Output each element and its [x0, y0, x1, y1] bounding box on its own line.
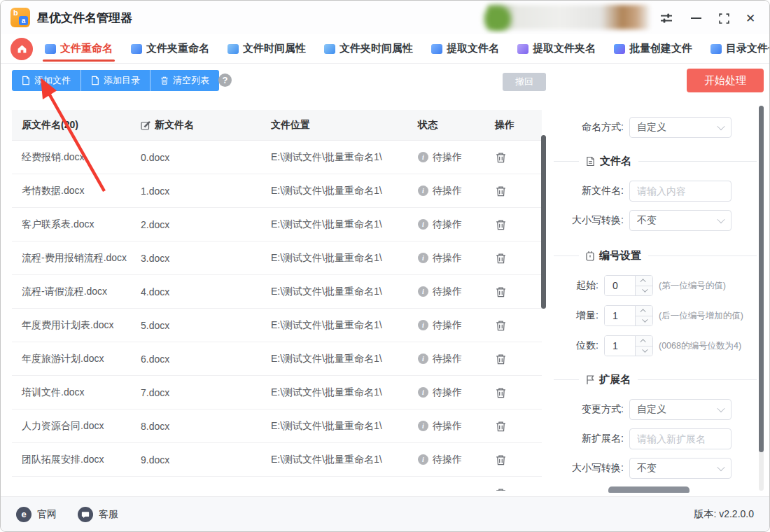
tab-label: 文件时间属性 — [243, 42, 306, 55]
add-directory-label: 添加目录 — [104, 74, 140, 87]
chevron-down-icon — [717, 463, 724, 471]
clear-list-button[interactable]: 清空列表 — [150, 70, 219, 91]
spinner-down-button[interactable] — [636, 346, 652, 356]
delete-row-button[interactable] — [495, 319, 507, 332]
batch-create-icon — [614, 44, 625, 54]
start-label: 开始处理 — [704, 74, 746, 88]
header-new-name-label: 新文件名 — [155, 119, 194, 132]
panel-scrollbar-thumb[interactable] — [759, 106, 764, 452]
table-row: 年度费用计划表.docx 5.docx E:\测试文件\批量重命名1\ i待操作 — [12, 309, 542, 342]
delete-row-button[interactable] — [495, 185, 507, 197]
tab-label: 文件夹重命名 — [146, 42, 209, 55]
delete-row-button[interactable] — [495, 420, 507, 433]
undo-button[interactable]: 撤回 — [503, 73, 546, 91]
file-time-icon — [227, 44, 239, 54]
tab-file-time[interactable]: 文件时间属性 — [227, 34, 306, 63]
spinner-up-button[interactable] — [636, 276, 652, 286]
spinner-down-button[interactable] — [636, 286, 652, 296]
tab-extract-foldername[interactable]: 提取文件夹名 — [517, 34, 596, 63]
tab-extract-filename[interactable]: 提取文件名 — [431, 34, 499, 63]
header-new-name: 新文件名 — [131, 119, 261, 132]
start-number-input[interactable] — [605, 276, 635, 295]
new-extension-input[interactable] — [629, 428, 732, 449]
table-row: 客户联系表.docx 2.docx E:\测试文件\批量重命名1\ i待操作 — [12, 208, 542, 241]
filename-case-select[interactable]: 不变 — [629, 210, 732, 231]
tab-label: 批量创建文件 — [629, 42, 692, 55]
table-header-row: 原文件名(20) 新文件名 文件位置 状态 操作 — [12, 110, 542, 141]
delete-row-button[interactable] — [495, 487, 507, 491]
version-value: v2.2.0.0 — [719, 508, 754, 519]
flag-icon — [586, 374, 594, 385]
tab-folder-rename[interactable]: 文件夹重命名 — [131, 34, 209, 63]
extract-filename-icon — [431, 44, 442, 54]
undo-label: 撤回 — [515, 76, 533, 88]
add-file-button[interactable]: 添加文件 — [12, 70, 81, 91]
settings-sliders-icon[interactable] — [657, 9, 676, 27]
status-cell: i待操作 — [408, 454, 485, 466]
spinner-down-button[interactable] — [636, 316, 652, 326]
digits-input[interactable] — [605, 336, 635, 356]
file-location: E:\测试文件\批量重命名1\ — [261, 252, 408, 265]
help-button[interactable]: ? — [218, 74, 232, 87]
tab-batch-create[interactable]: 批量创建文件 — [614, 34, 692, 63]
extension-case-value: 不变 — [637, 462, 657, 475]
new-name: 5.docx — [131, 320, 261, 331]
chevron-up-icon — [640, 309, 645, 314]
tab-folder-time[interactable]: 文件夹时间属性 — [324, 34, 413, 63]
extract-foldername-icon — [517, 44, 528, 54]
delete-row-button[interactable] — [495, 252, 507, 265]
tab-label: 提取文件名 — [447, 42, 499, 55]
info-icon: i — [418, 454, 428, 465]
tab-file-rename[interactable]: 文件重命名 — [45, 34, 113, 63]
new-filename-input[interactable] — [629, 181, 732, 202]
table-scrollbar-thumb[interactable] — [541, 135, 546, 309]
trash-icon — [495, 420, 507, 433]
status-text: 待操作 — [433, 218, 462, 231]
official-website-link[interactable]: e 官网 — [16, 507, 57, 522]
digits-row: 位数: (0068的编号位数为4) — [554, 335, 757, 356]
delete-row-button[interactable] — [495, 218, 507, 231]
file-location: E:\测试文件\批量重命名1\ — [261, 420, 408, 433]
customer-service-link[interactable]: 客服 — [78, 507, 118, 522]
titlebar: b a 星优文件名管理器 ✕ — [1, 1, 769, 34]
minimize-button[interactable] — [687, 9, 705, 27]
delete-row-button[interactable] — [495, 353, 507, 365]
file-location: E:\测试文件\批量重命名1\ — [261, 319, 408, 332]
extension-case-row: 大小写转换: 不变 — [554, 458, 757, 479]
file-table: 原文件名(20) 新文件名 文件位置 状态 操作 经费报销.docx 0.doc… — [12, 110, 542, 491]
chevron-down-icon — [717, 405, 724, 412]
edit-icon — [141, 120, 150, 130]
website-label: 官网 — [37, 508, 57, 521]
info-icon: i — [418, 354, 428, 364]
new-extension-label: 新扩展名: — [554, 433, 624, 445]
add-directory-button[interactable]: 添加目录 — [81, 70, 150, 91]
spinner-up-button[interactable] — [636, 306, 652, 316]
partially-visible-button[interactable] — [608, 486, 690, 493]
logo-letter-b: b — [13, 8, 18, 17]
delete-row-button[interactable] — [495, 286, 507, 298]
user-banner-blurred[interactable] — [487, 5, 650, 29]
maximize-button[interactable] — [715, 9, 733, 27]
increment-label: 增量: — [554, 309, 598, 322]
document-icon — [586, 156, 595, 167]
file-location: E:\测试文件\批量重命名1\ — [261, 353, 408, 365]
tab-merge-extract[interactable]: 目录文件合并/提取 — [710, 34, 770, 63]
original-name: 团队拓展安排.docx — [12, 454, 131, 466]
close-button[interactable]: ✕ — [741, 9, 760, 27]
header-location: 文件位置 — [261, 119, 408, 132]
chevron-down-icon — [642, 317, 648, 323]
delete-row-button[interactable] — [495, 386, 507, 399]
start-processing-button[interactable]: 开始处理 — [687, 69, 764, 92]
new-name: 3.docx — [131, 253, 261, 264]
naming-mode-select[interactable]: 自定义 — [629, 117, 732, 138]
filename-section-divider: 文件名 — [554, 155, 757, 168]
extension-case-select[interactable]: 不变 — [629, 458, 732, 479]
extension-mode-select[interactable]: 自定义 — [629, 399, 732, 420]
increment-input[interactable] — [605, 306, 635, 326]
delete-row-button[interactable] — [495, 454, 507, 466]
original-name: 人力资源合同.docx — [12, 420, 131, 433]
home-button[interactable] — [10, 38, 33, 60]
delete-row-button[interactable] — [495, 151, 507, 164]
spinner-up-button[interactable] — [636, 336, 652, 346]
trash-icon — [495, 454, 507, 466]
